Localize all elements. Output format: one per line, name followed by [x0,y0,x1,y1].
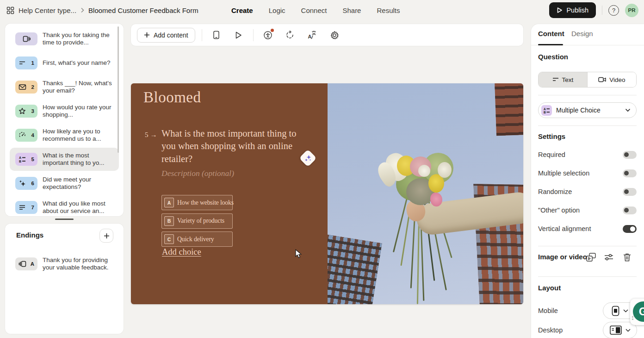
sidebar-item-q4[interactable]: 4 How likely are you to recommend us to … [10,124,119,147]
question-type-dropdown[interactable]: A B Multiple Choice [538,102,637,118]
multiple-choice-badge: A B 5 [15,153,37,166]
building-right-upper [495,83,523,136]
segment-text[interactable]: Text [539,72,588,87]
short-text-badge: 1 [15,56,37,69]
multiple-choice-icon: A B [19,156,26,163]
mobile-layout-icon [612,306,619,316]
preview-button[interactable] [231,28,247,43]
workspace-grid-icon[interactable] [6,6,14,14]
setting-label: Vertical alignment [538,225,591,232]
choice-label: Variety of products [177,217,224,225]
setting-label: Multiple selection [538,169,589,177]
randomize-toggle[interactable] [623,188,637,196]
refresh-dashed-icon [285,31,294,39]
sidebar-item-welcome[interactable]: Thank you for taking the time to provide… [10,27,119,50]
multiple-selection-toggle[interactable] [623,169,637,177]
svg-text:A: A [544,107,546,110]
chevron-down-icon [625,108,631,112]
choice-key-badge: C [164,234,174,244]
sidebar-item-q2[interactable]: 2 Thanks ___! Now, what's your email? [10,75,119,99]
sidebar-item-q5-selected[interactable]: A B 5 What is the most important thing t… [10,148,119,171]
grammarly-widget[interactable]: G [630,299,644,325]
nav-connect[interactable]: Connect [301,6,327,14]
ending-item-a[interactable]: A Thank you for providing your valuable … [10,252,119,275]
accessibility-button[interactable] [260,28,276,43]
sidebar-item-q1[interactable]: 1 First, what's your name? [10,51,119,75]
question-media-photo[interactable] [328,83,523,304]
sparkles-icon [19,180,26,187]
other-option-toggle[interactable] [623,207,637,214]
questions-scrollbar[interactable] [118,26,119,153]
segment-video[interactable]: Video [588,72,636,87]
choice-key-badge: B [164,216,174,226]
setting-label: Randomize [538,188,572,195]
question-number: 5 → [145,131,157,139]
questions-panel: Thank you for taking the time to provide… [5,24,124,216]
svg-text:A: A [308,34,312,39]
vertical-alignment-toggle[interactable] [623,225,637,233]
tab-content[interactable]: Content [538,30,564,38]
panel-resize-handle[interactable] [55,219,74,220]
recall-information-button[interactable] [282,28,298,43]
nav-create[interactable]: Create [231,6,253,14]
tab-design[interactable]: Design [571,30,593,38]
question-panel: Bloomed 5 → What is the most important t… [131,83,328,304]
sidebar-item-q6[interactable]: 6 Did we meet your expectations? [10,172,119,195]
setting-label: Required [538,151,565,158]
settings-section-title: Settings [538,132,565,140]
translate-button[interactable]: A [304,28,320,43]
star-icon [19,107,26,115]
question-title[interactable]: What is the most important thing to you … [161,127,307,165]
email-badge: 2 [15,81,37,94]
image-video-icon [586,253,596,262]
divider [538,276,637,277]
nav-share[interactable]: Share [342,6,361,14]
inspector-panel: Content Design Question Text Video A [531,24,644,338]
sidebar-item-q3[interactable]: 3 How would you rate your shopping... [10,100,119,123]
choice-option-c[interactable]: C Quick delivery [161,232,233,247]
welcome-screen-icon [23,35,31,43]
translate-icon: A [308,31,316,39]
multiple-choice-icon: A B [541,105,552,116]
header-divider [602,6,602,15]
add-content-button[interactable]: Add content [137,28,195,43]
text-lines-icon [552,77,559,82]
setting-row-multiple-selection: Multiple selection [538,169,637,178]
layout-mobile-label: Mobile [538,307,558,314]
trash-icon [623,253,631,262]
phone-icon [213,31,220,39]
long-text-icon [19,204,26,211]
sliders-icon [604,253,613,261]
replace-media-button[interactable] [586,252,596,262]
publish-label: Publish [566,6,588,14]
help-button[interactable]: ? [608,5,619,16]
question-media-segmented-control: Text Video [538,72,637,88]
choice-option-b[interactable]: B Variety of products [161,213,233,229]
form-settings-button[interactable] [327,28,342,43]
layout-desktop-label: Desktop [538,326,563,334]
form-preview-canvas: Bloomed 5 → What is the most important t… [131,83,523,304]
ai-question-badge: 6 [15,177,37,190]
breadcrumb-workspace[interactable]: Help Center type... [19,6,76,14]
avatar[interactable]: PR [625,4,638,17]
sidebar-item-q7[interactable]: 7 What did you like most about our servi… [10,196,119,219]
add-choice-link[interactable]: Add choice [162,247,201,257]
nav-results[interactable]: Results [377,6,400,14]
publish-button[interactable]: Publish [549,2,596,18]
setting-row-other-option: "Other" option [538,206,637,215]
layout-section-title: Layout [538,284,561,292]
nav-logic[interactable]: Logic [269,6,285,14]
grammarly-drag-dots [632,316,634,320]
mobile-preview-button[interactable] [209,28,224,43]
question-description-placeholder[interactable]: Description (optional) [161,169,234,178]
breadcrumb-chevron-icon [80,7,84,13]
ai-assist-badge[interactable] [299,149,316,167]
choice-option-a[interactable]: A How the website looks [161,195,233,210]
breadcrumb-form-title[interactable]: Bloomed Customer Feedback Form [88,6,198,14]
setting-label: "Other" option [538,207,580,214]
adjust-media-button[interactable] [604,252,614,262]
add-ending-button[interactable] [99,229,113,243]
accessibility-icon [263,31,272,40]
delete-media-button[interactable] [622,252,632,262]
required-toggle[interactable] [623,151,637,159]
